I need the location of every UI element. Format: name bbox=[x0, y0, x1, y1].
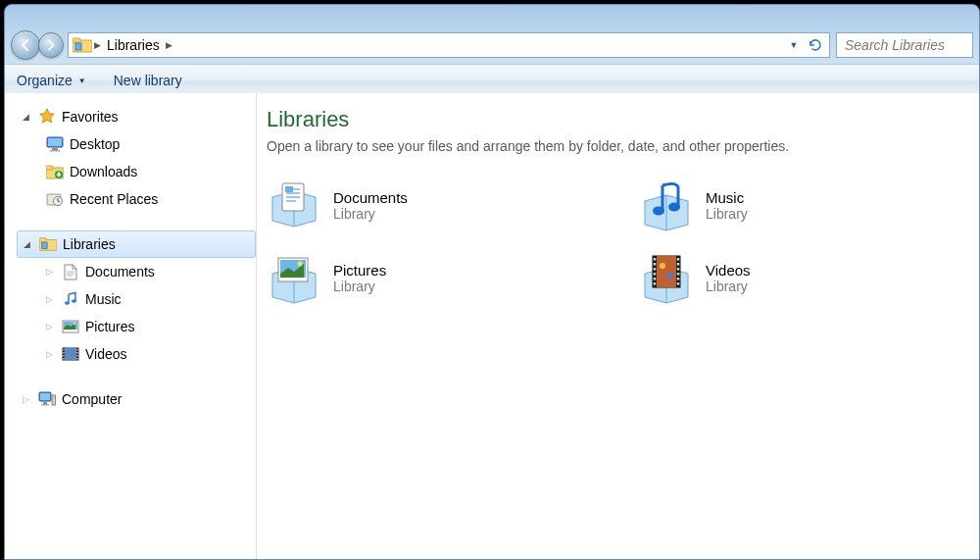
page-title: Libraries bbox=[267, 107, 969, 132]
sidebar-item-documents[interactable]: ▷ Documents bbox=[17, 258, 256, 285]
sidebar-item-label: Desktop bbox=[70, 136, 120, 152]
svg-rect-27 bbox=[63, 358, 64, 359]
svg-rect-29 bbox=[76, 352, 77, 353]
sidebar-item-pictures[interactable]: ▷ Pictures bbox=[17, 313, 256, 340]
refresh-button[interactable] bbox=[806, 35, 825, 55]
svg-rect-13 bbox=[39, 238, 46, 242]
toolbar: Organize ▼ New library bbox=[5, 64, 979, 97]
document-icon bbox=[62, 263, 79, 280]
desktop-icon bbox=[46, 135, 64, 153]
back-button[interactable] bbox=[11, 30, 40, 60]
sidebar-item-label: Libraries bbox=[63, 236, 116, 252]
expand-arrow-icon[interactable]: ▷ bbox=[46, 267, 56, 277]
sidebar-item-favorites[interactable]: ◢ Favorites bbox=[17, 103, 256, 130]
svg-rect-1 bbox=[73, 38, 80, 42]
library-type: Library bbox=[706, 206, 748, 222]
arrow-right-icon bbox=[45, 39, 57, 51]
navigation-pane: ◢ Favorites Desktop bbox=[5, 93, 257, 559]
svg-rect-8 bbox=[46, 166, 53, 170]
svg-rect-54 bbox=[677, 258, 680, 261]
expand-arrow-icon[interactable]: ▷ bbox=[46, 349, 56, 359]
svg-rect-34 bbox=[43, 402, 47, 404]
library-name: Documents bbox=[333, 189, 408, 206]
new-library-button[interactable]: New library bbox=[114, 73, 182, 88]
breadcrumb-sep-icon: ▶ bbox=[92, 40, 103, 50]
svg-point-60 bbox=[660, 263, 665, 269]
svg-point-16 bbox=[72, 299, 76, 303]
search-input[interactable]: Search Libraries bbox=[836, 32, 973, 58]
svg-point-43 bbox=[298, 262, 303, 267]
library-name: Videos bbox=[706, 262, 751, 279]
library-type: Library bbox=[706, 279, 751, 294]
svg-rect-50 bbox=[654, 268, 657, 271]
library-name: Pictures bbox=[333, 262, 386, 279]
history-dropdown-button[interactable]: ▼ bbox=[784, 35, 804, 55]
svg-rect-53 bbox=[654, 282, 657, 285]
libraries-icon bbox=[73, 37, 92, 53]
svg-rect-14 bbox=[42, 242, 47, 248]
breadcrumb-location[interactable]: Libraries bbox=[103, 37, 164, 53]
svg-rect-38 bbox=[285, 186, 293, 192]
expand-arrow-icon[interactable]: ▷ bbox=[23, 394, 32, 404]
svg-rect-4 bbox=[48, 138, 62, 146]
sidebar-item-computer[interactable]: ▷ Computer bbox=[17, 385, 256, 413]
page-subtitle: Open a library to see your files and arr… bbox=[267, 138, 969, 154]
sidebar-item-music[interactable]: ▷ Music bbox=[17, 285, 256, 313]
svg-rect-59 bbox=[677, 282, 680, 285]
library-type: Library bbox=[333, 279, 386, 294]
library-item-videos[interactable]: Videos Library bbox=[639, 250, 953, 305]
svg-point-61 bbox=[667, 273, 673, 279]
sidebar-item-label: Videos bbox=[85, 346, 127, 362]
svg-rect-25 bbox=[63, 352, 64, 353]
sidebar-item-videos[interactable]: ▷ Videos bbox=[17, 340, 256, 368]
library-type: Library bbox=[333, 206, 408, 222]
music-icon bbox=[62, 290, 79, 308]
library-item-pictures[interactable]: Pictures Library bbox=[267, 250, 639, 305]
star-icon bbox=[38, 108, 56, 126]
sidebar-item-label: Pictures bbox=[85, 319, 135, 334]
refresh-icon bbox=[808, 37, 823, 53]
sidebar-item-label: Downloads bbox=[70, 164, 137, 179]
collapse-arrow-icon[interactable]: ◢ bbox=[24, 239, 33, 249]
content-pane: Libraries Open a library to see your fil… bbox=[257, 93, 979, 559]
svg-point-19 bbox=[74, 323, 75, 325]
address-field[interactable]: ▶ Libraries ▶ ▼ bbox=[68, 32, 830, 58]
sidebar-item-recent-places[interactable]: Recent Places bbox=[17, 185, 256, 213]
sidebar-item-label: Documents bbox=[85, 264, 155, 280]
sidebar-item-desktop[interactable]: Desktop bbox=[17, 130, 256, 158]
organize-button[interactable]: Organize ▼ bbox=[17, 73, 86, 88]
breadcrumb-sep-icon: ▶ bbox=[164, 40, 174, 50]
arrow-left-icon bbox=[19, 38, 32, 52]
svg-rect-56 bbox=[677, 268, 680, 271]
svg-rect-5 bbox=[52, 148, 58, 150]
sidebar-item-label: Favorites bbox=[62, 109, 119, 125]
documents-library-icon bbox=[267, 178, 321, 232]
library-item-music[interactable]: Music Library bbox=[639, 178, 953, 232]
chevron-down-icon: ▼ bbox=[78, 76, 86, 85]
svg-rect-48 bbox=[654, 258, 657, 261]
pictures-library-icon bbox=[267, 250, 321, 305]
sidebar-item-label: Computer bbox=[62, 391, 122, 407]
svg-rect-31 bbox=[76, 358, 77, 359]
sidebar-item-label: Recent Places bbox=[70, 191, 158, 207]
library-name: Music bbox=[706, 189, 748, 206]
collapse-arrow-icon[interactable]: ◢ bbox=[23, 112, 32, 122]
svg-rect-51 bbox=[654, 273, 657, 276]
sidebar-item-libraries[interactable]: ◢ Libraries bbox=[17, 230, 256, 258]
expand-arrow-icon[interactable]: ▷ bbox=[46, 322, 56, 331]
pictures-icon bbox=[62, 318, 79, 335]
address-bar: ▶ Libraries ▶ ▼ Search Libraries bbox=[5, 26, 979, 64]
sidebar-item-downloads[interactable]: Downloads bbox=[17, 158, 256, 185]
svg-rect-52 bbox=[654, 278, 657, 280]
sidebar-item-label: Music bbox=[85, 291, 122, 307]
titlebar[interactable] bbox=[5, 5, 979, 26]
forward-button[interactable] bbox=[38, 32, 64, 58]
svg-rect-28 bbox=[76, 349, 77, 350]
videos-library-icon bbox=[639, 250, 694, 305]
music-library-icon bbox=[639, 178, 694, 232]
expand-arrow-icon[interactable]: ▷ bbox=[46, 294, 56, 304]
videos-icon bbox=[62, 345, 79, 363]
library-item-documents[interactable]: Documents Library bbox=[267, 178, 639, 232]
svg-rect-57 bbox=[677, 273, 680, 276]
svg-rect-45 bbox=[657, 256, 676, 287]
